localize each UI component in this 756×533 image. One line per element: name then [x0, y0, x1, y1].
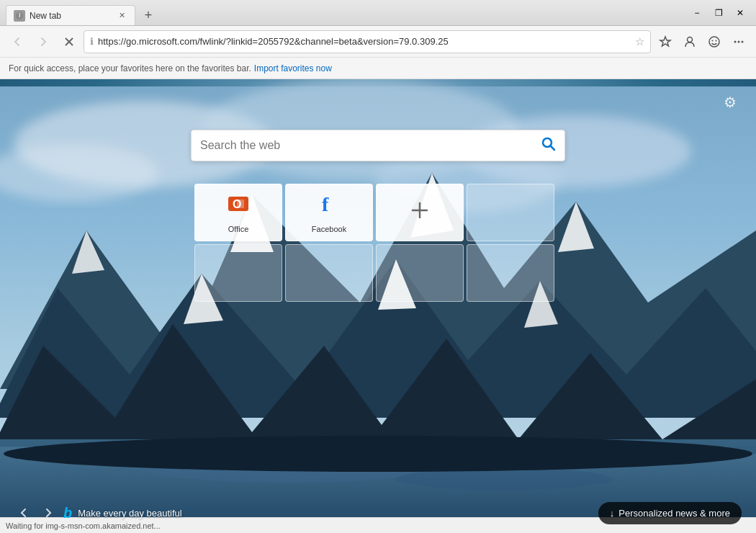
close-button[interactable]: ✕: [730, 3, 750, 23]
quick-tile-facebook[interactable]: f Facebook: [285, 184, 373, 241]
back-button[interactable]: [6, 30, 29, 53]
info-icon: ℹ: [90, 36, 94, 47]
facebook-icon: f: [318, 192, 341, 220]
close-navigation-button[interactable]: [58, 30, 81, 53]
bing-tagline: Make every day beautiful: [78, 508, 182, 519]
settings-button[interactable]: ⚙: [719, 91, 742, 114]
svg-point-29: [4, 436, 752, 472]
active-tab[interactable]: New tab ✕: [6, 5, 135, 25]
svg-point-9: [742, 40, 744, 42]
address-bar[interactable]: ℹ ☆: [84, 30, 651, 53]
quick-tile-add[interactable]: [376, 184, 464, 241]
restore-button[interactable]: ❐: [708, 3, 729, 23]
quick-tile-empty-5[interactable]: [467, 244, 554, 302]
quick-tile-empty-3[interactable]: [285, 244, 373, 302]
search-button[interactable]: [541, 137, 556, 155]
window-controls: − ❐ ✕: [687, 3, 750, 23]
quick-tile-empty-1[interactable]: [467, 184, 554, 241]
svg-point-7: [734, 40, 737, 42]
tab-title: New tab: [30, 11, 112, 21]
svg-rect-34: [237, 200, 244, 208]
minimize-button[interactable]: −: [687, 3, 707, 23]
svg-point-4: [709, 37, 719, 47]
import-favorites-link[interactable]: Import favorites now: [254, 63, 332, 73]
bottom-bar: b Make every day beautiful ↓ Personalize…: [0, 493, 756, 533]
quick-links: O Office f Facebook: [194, 184, 562, 302]
bing-logo: b: [63, 505, 72, 521]
menu-button[interactable]: [727, 30, 750, 53]
prev-background-button[interactable]: [14, 503, 33, 522]
favorites-message: For quick access, place your favorites h…: [9, 63, 251, 73]
personalized-news-label: Personalized news & more: [618, 508, 730, 519]
emoji-button[interactable]: [703, 30, 726, 53]
favorites-button[interactable]: [654, 30, 677, 53]
svg-text:f: f: [322, 193, 329, 215]
svg-point-5: [712, 40, 714, 41]
office-tile-label: Office: [228, 225, 249, 233]
quick-links-row-1: O Office f Facebook: [194, 184, 562, 241]
tab-favicon: [14, 10, 25, 22]
address-input[interactable]: [98, 36, 631, 47]
search-box[interactable]: [191, 130, 565, 161]
title-bar: New tab ✕ + − ❐ ✕: [0, 0, 756, 26]
svg-point-6: [716, 40, 717, 41]
forward-button[interactable]: [32, 30, 55, 53]
svg-point-8: [738, 40, 740, 42]
svg-point-3: [688, 37, 693, 42]
add-icon: [410, 200, 430, 225]
quick-links-row-2: [194, 244, 562, 302]
bookmark-icon[interactable]: ☆: [635, 35, 644, 48]
navigation-bar: ℹ ☆: [0, 26, 756, 58]
new-tab-page: ⚙ O Office: [0, 79, 756, 533]
quick-tile-empty-4[interactable]: [376, 244, 464, 302]
toolbar-icons: [654, 30, 750, 53]
personalized-news-button[interactable]: ↓ Personalized news & more: [598, 502, 742, 524]
next-background-button[interactable]: [39, 503, 58, 522]
quick-tile-office[interactable]: O Office: [194, 184, 282, 241]
new-tab-button[interactable]: +: [138, 5, 158, 25]
bing-navigation: b Make every day beautiful: [14, 503, 182, 522]
favorites-bar: For quick access, place your favorites h…: [0, 58, 756, 79]
quick-tile-empty-2[interactable]: [194, 244, 282, 302]
tab-close-button[interactable]: ✕: [116, 10, 127, 22]
profile-button[interactable]: [678, 30, 701, 53]
search-input[interactable]: [200, 139, 541, 152]
search-container: [191, 130, 565, 161]
office-icon: O: [227, 192, 250, 220]
tab-strip: New tab ✕ +: [6, 0, 687, 25]
svg-line-31: [551, 145, 555, 150]
down-arrow-icon: ↓: [610, 508, 615, 519]
gear-icon: ⚙: [724, 94, 737, 111]
facebook-tile-label: Facebook: [312, 225, 346, 233]
